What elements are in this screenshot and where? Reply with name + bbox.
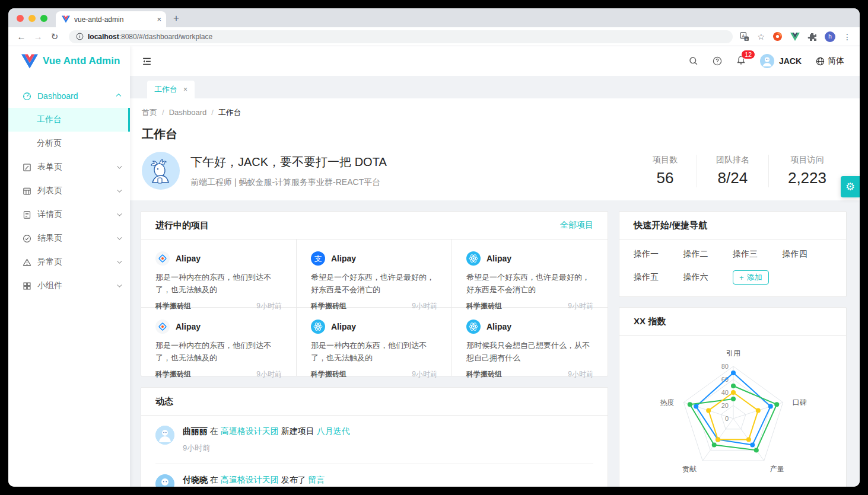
- activity-link[interactable]: 留言: [309, 475, 325, 484]
- activities-list: 曲丽丽 在 高逼格设计天团 新建项目 八月迭代 9小时前: [141, 416, 608, 487]
- translate-icon[interactable]: Aa: [740, 32, 749, 41]
- quicknav-link[interactable]: 操作五: [634, 272, 683, 283]
- tab-workplace[interactable]: 工作台 ×: [147, 81, 195, 98]
- forward-icon[interactable]: →: [31, 31, 45, 41]
- projects-grid: Alipay那是一种内在的东西，他们到达不了，也无法触及的科学搬砖组9小时前支A…: [141, 239, 608, 376]
- project-card[interactable]: Alipay希望是一个好东西，也许是最好的，好东西是不会消亡的科学搬砖组9小时前: [452, 239, 608, 308]
- react-logo-icon: [466, 320, 481, 334]
- project-card[interactable]: 支Alipay希望是一个好东西，也许是最好的，好东西是不会消亡的科学搬砖组9小时…: [297, 239, 452, 308]
- browser-profile-avatar[interactable]: h: [825, 31, 835, 42]
- project-head: Alipay: [466, 251, 593, 266]
- sidebar-item-form[interactable]: 表单页: [8, 155, 130, 179]
- project-title[interactable]: Alipay: [176, 254, 201, 263]
- app-root: Vue Antd Admin Dashboard 工作台 分析页 表单页: [8, 46, 860, 487]
- add-button[interactable]: +添加: [733, 270, 769, 285]
- activity-text: 发布了: [281, 475, 306, 484]
- project-desc: 那是一种内在的东西，他们到达不了，也无法触及的: [155, 340, 282, 365]
- main-grid: 进行中的项目 全部项目 Alipay那是一种内在的东西，他们到达不了，也无法触及…: [130, 200, 860, 487]
- activity-avatar: [155, 426, 174, 445]
- site-info-icon[interactable]: [76, 33, 84, 40]
- stat-label: 项目数: [653, 155, 678, 165]
- activity-user[interactable]: 付晓晓: [183, 475, 208, 484]
- menu-fold-icon[interactable]: [130, 56, 164, 66]
- project-title[interactable]: Alipay: [487, 254, 511, 263]
- breadcrumb-dashboard[interactable]: Dashboard: [169, 108, 207, 117]
- radar-chart: 020406080引用口碑产量贡献热度: [619, 343, 847, 485]
- settings-gear-button[interactable]: ⚙: [841, 176, 860, 197]
- sidebar-item-label: 表单页: [37, 162, 111, 173]
- sidebar-item-label: 小组件: [37, 280, 111, 291]
- back-icon[interactable]: ←: [14, 31, 28, 41]
- browser-menu-icon[interactable]: ⋮: [843, 32, 851, 41]
- quicknav-link[interactable]: 操作二: [683, 249, 733, 260]
- new-tab-button[interactable]: +: [166, 12, 186, 27]
- quicknav-link[interactable]: 操作一: [634, 249, 683, 260]
- search-icon[interactable]: [689, 56, 698, 66]
- user-avatar: [760, 54, 774, 68]
- project-group[interactable]: 科学搬砖组: [311, 369, 346, 379]
- index-card-header: XX 指数: [619, 308, 846, 336]
- project-group[interactable]: 科学搬砖组: [466, 369, 502, 379]
- quicknav-card-header: 快速开始/便捷导航: [619, 212, 846, 239]
- sidebar-item-list[interactable]: 列表页: [8, 179, 130, 203]
- quicknav-link[interactable]: 操作四: [783, 249, 832, 260]
- sidebar-item-workplace[interactable]: 工作台: [8, 108, 130, 132]
- globe-icon: [816, 57, 825, 66]
- project-card[interactable]: Alipay那是一种内在的东西，他们到达不了，也无法触及的科学搬砖组9小时前: [141, 239, 297, 308]
- greeting-row: 下午好，JACK，要不要打一把 DOTA 前端工程师 | 蚂蚁金服-计算服务事业…: [142, 152, 845, 190]
- project-title[interactable]: Alipay: [487, 322, 511, 331]
- activity-avatar: [155, 474, 174, 487]
- svg-text:0: 0: [725, 415, 729, 422]
- sidebar-item-analysis[interactable]: 分析页: [8, 132, 130, 155]
- tab-close-icon[interactable]: ×: [183, 85, 187, 94]
- all-projects-link[interactable]: 全部项目: [560, 220, 593, 231]
- close-window-button[interactable]: [17, 15, 24, 22]
- sidebar-item-widgets[interactable]: 小组件: [8, 274, 130, 298]
- breadcrumb-home[interactable]: 首页: [142, 108, 157, 117]
- quicknav-link[interactable]: 操作三: [733, 249, 783, 260]
- sidebar-item-exception[interactable]: 异常页: [8, 250, 130, 274]
- check-circle-icon: [23, 234, 31, 243]
- project-card[interactable]: Alipay那是一种内在的东西，他们到达不了，也无法触及的科学搬砖组9小时前: [297, 308, 452, 376]
- address-bar[interactable]: localhost:8080/#/dashboard/workplace: [69, 30, 733, 43]
- zoom-window-button[interactable]: [40, 15, 47, 22]
- browser-tab[interactable]: vue-antd-admin ×: [56, 11, 166, 27]
- sidebar-item-result[interactable]: 结果页: [8, 226, 130, 250]
- chevron-down-icon: [117, 258, 122, 263]
- project-title[interactable]: Alipay: [331, 322, 356, 331]
- bookmark-star-icon[interactable]: ☆: [757, 32, 765, 41]
- user-menu[interactable]: JACK: [760, 54, 802, 68]
- project-group[interactable]: 科学搬砖组: [155, 369, 191, 379]
- activity-link[interactable]: 八月迭代: [317, 426, 350, 436]
- sidebar-item-detail[interactable]: 详情页: [8, 203, 130, 226]
- activity-user[interactable]: 曲丽丽: [183, 426, 208, 436]
- help-icon[interactable]: [713, 56, 722, 66]
- extension-orange-icon[interactable]: [772, 31, 783, 41]
- sidebar-item-dashboard[interactable]: Dashboard: [8, 84, 130, 108]
- svg-text:口碑: 口碑: [793, 398, 807, 407]
- greeting-role: 前端工程师 | 蚂蚁金服-计算服务事业群-REACT平台: [190, 177, 387, 188]
- extensions-puzzle-icon[interactable]: [807, 32, 817, 41]
- language-switch[interactable]: 简体: [816, 56, 844, 66]
- activity-link[interactable]: 高逼格设计天团: [221, 475, 279, 484]
- project-title[interactable]: Alipay: [331, 254, 356, 263]
- activities-card: 动态 曲丽丽 在: [141, 387, 608, 487]
- app-logo[interactable]: Vue Antd Admin: [8, 46, 130, 76]
- project-card[interactable]: Alipay那是一种内在的东西，他们到达不了，也无法触及的科学搬砖组9小时前: [141, 308, 297, 376]
- quicknav-link[interactable]: 操作六: [683, 272, 733, 283]
- minimize-window-button[interactable]: [28, 15, 36, 22]
- project-time: 9小时前: [256, 369, 282, 379]
- tab-close-icon[interactable]: ×: [157, 15, 161, 24]
- stat-value: 56: [653, 169, 678, 187]
- vue-devtools-icon[interactable]: [790, 33, 800, 41]
- svg-text:产量: 产量: [770, 465, 784, 473]
- project-title[interactable]: Alipay: [176, 322, 201, 331]
- reload-icon[interactable]: ↻: [47, 31, 62, 42]
- activity-link[interactable]: 高逼格设计天团: [221, 426, 279, 436]
- project-desc: 那是一种内在的东西，他们到达不了，也无法触及的: [155, 272, 282, 296]
- project-card[interactable]: Alipay那时候我只会想自己想要什么，从不想自己拥有什么科学搬砖组9小时前: [452, 308, 608, 376]
- notification-bell[interactable]: 12: [736, 55, 746, 68]
- sidebar-item-label: 列表页: [37, 186, 111, 196]
- quicknav-links: 操作一 操作二 操作三 操作四 操作五 操作六 +添加: [619, 239, 846, 296]
- breadcrumb-separator: /: [162, 108, 164, 117]
